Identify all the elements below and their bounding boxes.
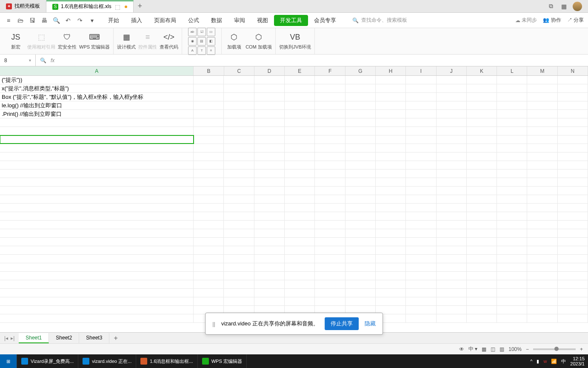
cell[interactable] bbox=[315, 127, 345, 135]
cell[interactable] bbox=[497, 297, 527, 305]
save-icon[interactable]: 🖫 bbox=[28, 16, 37, 25]
cell[interactable] bbox=[254, 272, 285, 280]
cell[interactable] bbox=[315, 221, 345, 229]
grid-row[interactable] bbox=[0, 255, 588, 263]
cell[interactable] bbox=[497, 118, 527, 126]
cell[interactable] bbox=[497, 127, 527, 135]
cell[interactable] bbox=[315, 187, 345, 195]
cell[interactable] bbox=[315, 144, 345, 152]
grid-row[interactable] bbox=[0, 289, 588, 297]
print-icon[interactable]: 🖶 bbox=[40, 16, 49, 25]
ctrl-icon[interactable]: ▭ bbox=[207, 28, 215, 36]
close-icon[interactable]: ⬚ bbox=[114, 3, 121, 10]
cell[interactable] bbox=[406, 170, 436, 178]
cell[interactable] bbox=[527, 93, 557, 101]
ribbon-tab-view[interactable]: 视图 bbox=[251, 15, 274, 26]
grid-row[interactable] bbox=[0, 118, 588, 127]
cell[interactable] bbox=[406, 280, 436, 288]
cell[interactable] bbox=[406, 246, 436, 254]
cell[interactable] bbox=[224, 170, 254, 178]
cell[interactable] bbox=[527, 101, 557, 109]
cell[interactable] bbox=[224, 118, 254, 126]
undo-icon[interactable]: ↶ bbox=[64, 16, 72, 25]
cell[interactable] bbox=[406, 238, 436, 246]
cell[interactable] bbox=[0, 187, 194, 195]
tab-file[interactable]: S 1.6消息框和输出框.xls ⬚ bbox=[46, 0, 134, 12]
sync-status[interactable]: ☁ 未同步 bbox=[515, 17, 537, 24]
cell[interactable] bbox=[467, 187, 497, 195]
cell[interactable] bbox=[527, 84, 557, 92]
lang-icon[interactable]: 中 ▾ bbox=[468, 345, 477, 353]
cell[interactable] bbox=[224, 255, 254, 263]
sheet-tab[interactable]: Sheet3 bbox=[79, 333, 109, 343]
cell[interactable] bbox=[406, 221, 436, 229]
cell[interactable] bbox=[527, 161, 557, 169]
cell[interactable] bbox=[285, 135, 315, 144]
zoom-out-button[interactable]: − bbox=[526, 346, 529, 352]
cell[interactable] bbox=[467, 221, 497, 229]
cell[interactable] bbox=[194, 161, 224, 169]
cell[interactable] bbox=[406, 272, 436, 280]
cell[interactable] bbox=[285, 297, 315, 305]
cell[interactable] bbox=[437, 280, 467, 288]
cell[interactable] bbox=[345, 127, 376, 135]
cell[interactable] bbox=[467, 144, 497, 152]
sheet-tab[interactable]: Sheet1 bbox=[19, 333, 49, 343]
task-button[interactable]: vizard.video 正在... bbox=[78, 354, 136, 368]
com-addin-button[interactable]: ⬡COM 加载项 bbox=[245, 32, 272, 50]
cell[interactable] bbox=[254, 178, 285, 186]
cell[interactable] bbox=[497, 187, 527, 195]
cell[interactable] bbox=[406, 314, 436, 322]
sheet-nav-next-icon[interactable]: ▸| bbox=[11, 335, 14, 341]
col-header[interactable]: J bbox=[437, 66, 467, 75]
cell[interactable]: Box ("提示","标题", "默认值")，输入框x坐标，输入框y坐标 bbox=[0, 93, 194, 101]
chevron-down-icon[interactable]: ▾ bbox=[29, 58, 31, 63]
cell[interactable] bbox=[437, 229, 467, 237]
cell[interactable] bbox=[437, 297, 467, 305]
cell[interactable] bbox=[224, 229, 254, 237]
cell[interactable] bbox=[406, 212, 436, 220]
cell[interactable] bbox=[0, 238, 194, 246]
cell[interactable] bbox=[527, 314, 557, 322]
cell[interactable] bbox=[406, 84, 436, 92]
cell[interactable] bbox=[254, 238, 285, 246]
cell[interactable] bbox=[285, 263, 315, 271]
zoom-level[interactable]: 100% bbox=[508, 346, 522, 352]
cell[interactable] bbox=[497, 306, 527, 314]
col-header[interactable]: E bbox=[285, 66, 315, 75]
cell[interactable] bbox=[315, 280, 345, 288]
cell[interactable] bbox=[194, 178, 224, 186]
ctrl-icon[interactable]: ab bbox=[188, 28, 197, 36]
col-header[interactable]: M bbox=[527, 66, 557, 75]
cell[interactable] bbox=[254, 101, 285, 109]
cell[interactable] bbox=[467, 195, 497, 203]
cell[interactable] bbox=[406, 255, 436, 263]
cell[interactable] bbox=[527, 187, 557, 195]
cell[interactable]: .Print() //输出到立即窗口 bbox=[0, 110, 194, 118]
cell[interactable] bbox=[224, 152, 254, 161]
cell[interactable] bbox=[437, 76, 467, 84]
cell[interactable] bbox=[527, 204, 557, 212]
cell[interactable] bbox=[194, 118, 224, 126]
cell[interactable] bbox=[254, 93, 285, 101]
cell[interactable] bbox=[376, 204, 406, 212]
cell[interactable] bbox=[0, 204, 194, 212]
cell[interactable] bbox=[527, 152, 557, 161]
cell[interactable] bbox=[467, 280, 497, 288]
task-button[interactable]: Vizard录屏_免费高... bbox=[17, 354, 78, 368]
cell[interactable] bbox=[254, 110, 285, 118]
view-code-button[interactable]: </>查看代码 bbox=[160, 32, 178, 50]
cell[interactable] bbox=[345, 212, 376, 220]
cell[interactable] bbox=[527, 306, 557, 314]
cell[interactable] bbox=[558, 314, 588, 322]
cell[interactable] bbox=[254, 127, 285, 135]
zoom-slider[interactable] bbox=[533, 348, 576, 350]
cell[interactable] bbox=[558, 187, 588, 195]
cell[interactable] bbox=[315, 195, 345, 203]
cell[interactable] bbox=[406, 152, 436, 161]
cell[interactable] bbox=[467, 93, 497, 101]
cell[interactable] bbox=[285, 178, 315, 186]
cell[interactable] bbox=[254, 161, 285, 169]
cell[interactable] bbox=[467, 76, 497, 84]
view-normal-icon[interactable]: ▦ bbox=[482, 346, 486, 352]
